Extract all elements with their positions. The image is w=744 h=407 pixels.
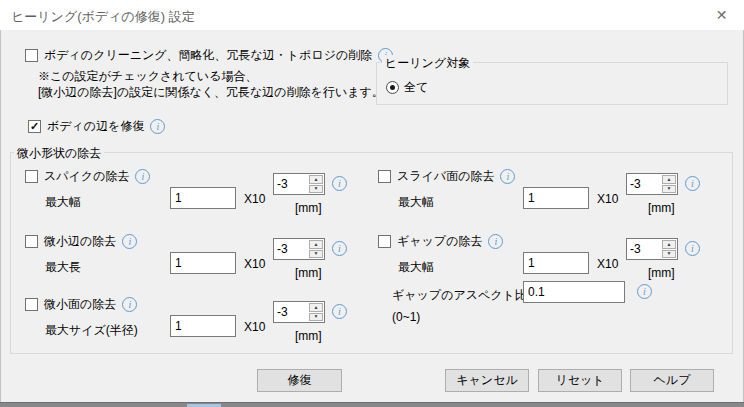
- info-icon[interactable]: i: [685, 176, 700, 191]
- help-button[interactable]: ヘルプ: [630, 369, 714, 392]
- sliver-face-exponent-input[interactable]: [627, 174, 661, 194]
- x10-label: X10: [244, 257, 265, 271]
- param-block-spike: スパイクの除去 i 最大幅 X10 ▲ ▼ i [mm]: [25, 168, 355, 216]
- cleaning-note-line1: ※この設定がチェックされている場合、: [38, 68, 257, 85]
- gap-checkbox[interactable]: [378, 235, 391, 248]
- spin-down-button[interactable]: ▼: [662, 185, 676, 194]
- repair-edges-label: ボディの辺を修復: [47, 118, 144, 135]
- spinner-buttons: ▲ ▼: [308, 302, 324, 322]
- sliver-face-max-width-input[interactable]: [523, 187, 589, 209]
- gap-aspect-input[interactable]: [523, 281, 625, 303]
- reset-button[interactable]: リセット: [538, 369, 622, 392]
- dialog-title: ヒーリング(ボディの修復) 設定: [11, 8, 195, 26]
- spin-down-button[interactable]: ▼: [662, 250, 676, 259]
- micro-edge-checkbox[interactable]: [25, 235, 38, 248]
- micro-edge-max-length-input[interactable]: [170, 252, 236, 274]
- micro-face-exponent-spinner: ▲ ▼: [273, 301, 325, 323]
- micro-edge-param-label: 最大長: [45, 259, 81, 276]
- info-icon[interactable]: i: [135, 169, 150, 184]
- spin-down-button[interactable]: ▼: [309, 250, 323, 259]
- info-icon[interactable]: i: [500, 169, 515, 184]
- info-icon[interactable]: i: [122, 234, 137, 249]
- gap-checkbox-row: ギャップの除去 i: [378, 233, 503, 250]
- spike-checkbox-row: スパイクの除去 i: [25, 168, 150, 185]
- gap-exponent-input[interactable]: [627, 239, 661, 259]
- gap-aspect-label: ギャップのアスペクト比: [392, 287, 527, 304]
- radio-all[interactable]: [386, 81, 399, 94]
- param-block-micro-edge: 微小辺の除去 i 最大長 X10 ▲ ▼ i [mm]: [25, 233, 355, 281]
- spin-up-button[interactable]: ▲: [662, 240, 676, 249]
- spinner-buttons: ▲ ▼: [308, 239, 324, 259]
- x10-label: X10: [597, 192, 618, 206]
- repair-edges-checkbox[interactable]: ✓: [28, 120, 41, 133]
- spinner-buttons: ▲ ▼: [661, 174, 677, 194]
- micro-edge-checkbox-row: 微小辺の除去 i: [25, 233, 137, 250]
- healing-target-all-row: 全て: [386, 79, 428, 96]
- radio-all-label: 全て: [404, 79, 428, 96]
- cleaning-checkbox-label: ボディのクリーニング、簡略化、冗長な辺・トポロジの削除: [44, 47, 372, 64]
- spike-max-width-input[interactable]: [170, 187, 236, 209]
- gap-max-width-input[interactable]: [523, 252, 589, 274]
- healing-target-group-title: ヒーリング対象: [382, 55, 473, 72]
- micro-edge-checkbox-label: 微小辺の除去: [44, 233, 116, 250]
- cancel-button[interactable]: キャンセル: [445, 369, 529, 392]
- micro-edge-exponent-spinner: ▲ ▼: [273, 238, 325, 260]
- micro-edge-exponent-input[interactable]: [274, 239, 308, 259]
- background-window-edge: [0, 402, 744, 407]
- info-icon[interactable]: i: [150, 119, 165, 134]
- spike-exponent-spinner: ▲ ▼: [273, 173, 325, 195]
- close-icon: ✕: [716, 7, 728, 23]
- cleaning-note-line2: [微小辺の除去]の設定に関係なく、冗長な辺の削除を行います。: [38, 84, 384, 101]
- gap-checkbox-label: ギャップの除去: [397, 233, 482, 250]
- mm-label: [mm]: [648, 201, 675, 215]
- micro-face-exponent-input[interactable]: [274, 302, 308, 322]
- spinner-buttons: ▲ ▼: [308, 174, 324, 194]
- mm-label: [mm]: [295, 201, 322, 215]
- micro-face-checkbox-row: 微小面の除去 i: [25, 296, 137, 313]
- spin-up-button[interactable]: ▲: [662, 175, 676, 184]
- spin-up-button[interactable]: ▲: [309, 240, 323, 249]
- info-icon[interactable]: i: [332, 241, 347, 256]
- spin-down-button[interactable]: ▼: [309, 313, 323, 322]
- gap-param-label: 最大幅: [398, 259, 434, 276]
- spike-param-label: 最大幅: [45, 194, 81, 211]
- param-block-gap: ギャップの除去 i 最大幅 X10 ▲ ▼ i [mm]: [378, 233, 708, 281]
- title-bar: ヒーリング(ボディの修復) 設定 ✕: [0, 0, 744, 30]
- spin-down-button[interactable]: ▼: [309, 185, 323, 194]
- param-block-sliver-face: スライバ面の除去 i 最大幅 X10 ▲ ▼ i [mm]: [378, 168, 708, 216]
- spike-checkbox-label: スパイクの除去: [44, 168, 129, 185]
- info-icon[interactable]: i: [332, 304, 347, 319]
- mm-label: [mm]: [648, 266, 675, 280]
- spike-checkbox[interactable]: [25, 170, 38, 183]
- spinner-buttons: ▲ ▼: [661, 239, 677, 259]
- info-icon[interactable]: i: [488, 234, 503, 249]
- cleaning-checkbox-row: ボディのクリーニング、簡略化、冗長な辺・トポロジの削除 i: [25, 47, 393, 64]
- spin-up-button[interactable]: ▲: [309, 175, 323, 184]
- repair-edges-checkbox-row: ✓ ボディの辺を修復 i: [28, 118, 165, 135]
- info-icon[interactable]: i: [332, 176, 347, 191]
- gap-aspect-range-label: (0~1): [392, 310, 420, 324]
- cleaning-checkbox[interactable]: [25, 49, 38, 62]
- gap-exponent-spinner: ▲ ▼: [626, 238, 678, 260]
- micro-shape-group-title: 微小形状の除去: [14, 145, 104, 162]
- info-icon[interactable]: i: [122, 297, 137, 312]
- check-icon: ✓: [30, 121, 39, 132]
- spike-exponent-input[interactable]: [274, 174, 308, 194]
- micro-face-max-size-input[interactable]: [170, 315, 236, 337]
- info-icon[interactable]: i: [637, 284, 652, 299]
- x10-label: X10: [244, 192, 265, 206]
- mm-label: [mm]: [295, 329, 322, 343]
- spin-up-button[interactable]: ▲: [309, 303, 323, 312]
- repair-button[interactable]: 修復: [257, 369, 342, 392]
- info-icon[interactable]: i: [685, 241, 700, 256]
- sliver-face-checkbox-label: スライバ面の除去: [397, 168, 494, 185]
- micro-face-checkbox[interactable]: [25, 298, 38, 311]
- micro-face-checkbox-label: 微小面の除去: [44, 296, 116, 313]
- x10-label: X10: [597, 257, 618, 271]
- mm-label: [mm]: [295, 266, 322, 280]
- micro-face-param-label: 最大サイズ(半径): [45, 322, 138, 339]
- radio-dot: [390, 85, 395, 90]
- close-button[interactable]: ✕: [699, 0, 744, 29]
- healing-settings-dialog: ヒーリング(ボディの修復) 設定 ✕ ボディのクリーニング、簡略化、冗長な辺・ト…: [0, 0, 744, 407]
- sliver-face-checkbox[interactable]: [378, 170, 391, 183]
